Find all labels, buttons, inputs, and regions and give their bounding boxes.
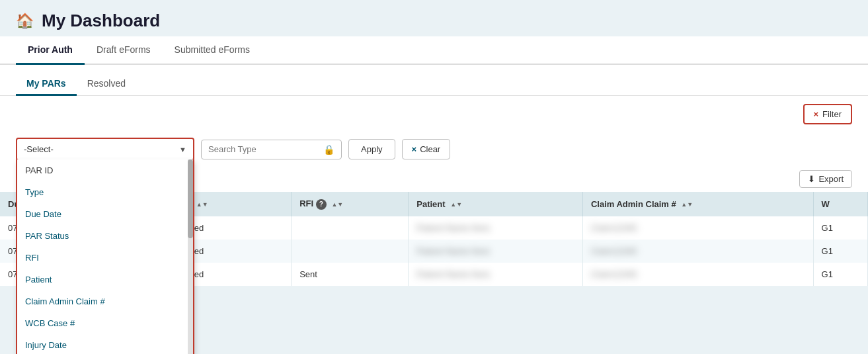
page-header: 🏠 My Dashboard xyxy=(0,0,868,36)
clear-x-icon: × xyxy=(412,144,417,154)
cell-w: G1 xyxy=(813,216,867,240)
search-filter-area: -Select- ▼ PAR ID Type Due Date PAR Stat… xyxy=(0,132,868,166)
cell-w: G1 xyxy=(813,263,867,286)
dropdown-item-patient[interactable]: Patient xyxy=(17,269,193,290)
export-icon: ⬇ xyxy=(808,174,815,184)
dropdown-item-due-date[interactable]: Due Date xyxy=(17,203,193,225)
sort-icon-rfi[interactable]: ▲▼ xyxy=(331,201,343,208)
tab-prior-auth[interactable]: Prior Auth xyxy=(16,36,85,65)
cell-claim-admin: Claim12345 xyxy=(582,240,813,263)
col-header-rfi[interactable]: RFI ? ▲▼ xyxy=(292,192,409,216)
cell-patient: Patient Name Here xyxy=(409,240,583,263)
dropdown-item-injury-date[interactable]: Injury Date xyxy=(17,334,193,354)
page-title: My Dashboard xyxy=(42,11,160,31)
clear-button[interactable]: × Clear xyxy=(402,139,451,159)
tab-draft-eforms[interactable]: Draft eForms xyxy=(85,36,163,65)
cell-patient: Patient Name Here xyxy=(409,263,583,286)
dropdown-item-type[interactable]: Type xyxy=(17,181,193,203)
cell-rfi: Sent xyxy=(292,263,409,286)
cell-claim-admin: Claim12345 xyxy=(582,263,813,286)
col-header-patient[interactable]: Patient ▲▼ xyxy=(409,192,583,216)
filter-button[interactable]: × Filter xyxy=(803,104,852,124)
sub-tabs: My PARs Resolved xyxy=(0,65,868,96)
tab-submitted-eforms[interactable]: Submitted eForms xyxy=(163,36,262,65)
rfi-help-icon[interactable]: ? xyxy=(316,199,327,210)
dropdown-item-rfi[interactable]: RFI xyxy=(17,247,193,269)
dropdown-arrow-icon: ▼ xyxy=(179,146,186,154)
subtab-my-pars[interactable]: My PARs xyxy=(16,73,77,96)
filter-label: Filter xyxy=(822,109,842,119)
dropdown-selected-item[interactable]: -Select- ▼ xyxy=(17,139,193,159)
filter-row: × Filter xyxy=(0,96,868,132)
dropdown-item-par-status[interactable]: PAR Status xyxy=(17,225,193,247)
dropdown-scrollbar[interactable] xyxy=(188,159,193,354)
search-type-input[interactable] xyxy=(208,144,319,154)
dropdown-item-claim-admin[interactable]: Claim Admin Claim # xyxy=(17,290,193,312)
top-tabs: Prior Auth Draft eForms Submitted eForms xyxy=(0,36,868,65)
cell-rfi xyxy=(292,216,409,240)
search-type-field: 🔒 xyxy=(201,140,342,159)
col-header-claim-admin[interactable]: Claim Admin Claim # ▲▼ xyxy=(582,192,813,216)
dropdown-item-wcb-case[interactable]: WCB Case # xyxy=(17,312,193,334)
lock-icon: 🔒 xyxy=(323,144,335,155)
cell-patient: Patient Name Here xyxy=(409,216,583,240)
cell-rfi xyxy=(292,240,409,263)
cell-w: G1 xyxy=(813,240,867,263)
home-icon[interactable]: 🏠 xyxy=(16,13,34,30)
apply-button[interactable]: Apply xyxy=(348,139,395,159)
search-type-dropdown-wrapper: -Select- ▼ PAR ID Type Due Date PAR Stat… xyxy=(16,138,194,161)
sort-icon-claim-admin[interactable]: ▲▼ xyxy=(681,201,693,208)
dropdown-placeholder: -Select- xyxy=(24,144,179,154)
dropdown-scrollbar-thumb xyxy=(188,159,193,238)
clear-label: Clear xyxy=(420,144,440,154)
dropdown-item-par-id[interactable]: PAR ID xyxy=(17,159,193,181)
export-label: Export xyxy=(818,174,844,184)
subtab-resolved[interactable]: Resolved xyxy=(77,73,136,96)
sort-icon-par-status[interactable]: ▲▼ xyxy=(196,201,208,208)
cell-claim-admin: Claim12345 xyxy=(582,216,813,240)
content-area: My PARs Resolved × Filter -Select- ▼ PAR… xyxy=(0,65,868,286)
sort-icon-patient[interactable]: ▲▼ xyxy=(450,201,462,208)
col-header-w[interactable]: W xyxy=(813,192,867,216)
filter-x-icon: × xyxy=(814,109,819,119)
dropdown-list: PAR ID Type Due Date PAR Status RFI Pati… xyxy=(16,159,194,354)
export-button[interactable]: ⬇ Export xyxy=(799,170,852,188)
